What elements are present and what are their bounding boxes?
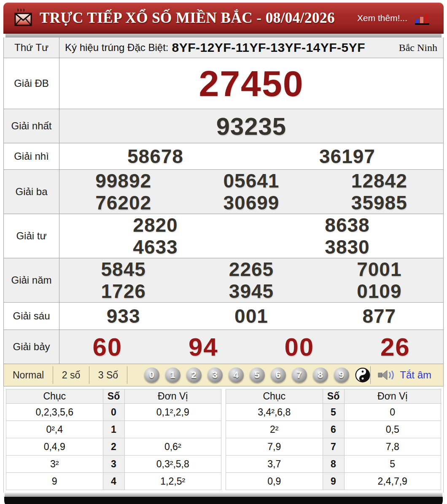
prize-number: 76202 (59, 191, 187, 214)
stats-cell-tens: 9 (6, 473, 103, 490)
prize-number: 05641 (187, 169, 315, 192)
number-ball-5[interactable]: 5 (250, 367, 265, 383)
stats-cell-digit: 6 (323, 421, 344, 438)
mode-3-digits[interactable]: 3 Số (89, 370, 127, 381)
prize-number: 2265 (187, 258, 315, 281)
prize-number: 93235 (59, 112, 443, 140)
stats-cell-digit: 4 (103, 473, 124, 490)
number-ball-9[interactable]: 9 (334, 367, 349, 383)
prize-row-fourth: Giải tư 2820 8638 4633 3830 (4, 214, 443, 258)
number-ball-2[interactable]: 2 (186, 367, 202, 383)
stats-header-tens: Chục (226, 389, 323, 404)
prize-number: 58678 (59, 145, 251, 168)
prize-number: 36197 (251, 145, 443, 168)
divider (370, 366, 371, 384)
divider (127, 366, 127, 384)
prize-row-special: Giải ĐB 27450 (4, 58, 443, 109)
page-title: TRỰC TIẾP XỔ SỐ MIỀN BẮC - 08/04/2026 (40, 10, 335, 27)
prize-label: Giải nhì (4, 143, 59, 169)
stats-row: 3,7 8 5 (226, 456, 441, 473)
stats-header-units: Đơn Vị (344, 389, 441, 404)
stats-cell-digit: 2 (103, 438, 124, 456)
prize-row-fifth: Giải năm 5845 2265 7001 1726 3945 0109 (4, 258, 443, 302)
prize-number: 4633 (59, 236, 251, 258)
stats-cell-tens: 0²,4 (6, 421, 103, 438)
prize-number: 001 (187, 305, 315, 327)
prize-number: 877 (315, 305, 443, 327)
province-label: Bắc Ninh (399, 42, 437, 54)
number-ball-3[interactable]: 3 (207, 367, 223, 383)
prize-label: Giải sáu (4, 303, 59, 330)
stats-row: 0²,4 1 (6, 421, 221, 438)
stats-header-digit: Số (103, 389, 124, 404)
mute-button[interactable]: Tắt âm (378, 369, 431, 381)
stats-cell-digit: 9 (323, 473, 344, 490)
stats-row: 7,9 7 7,8 (226, 438, 441, 456)
prize-row-third: Giải ba 99892 05641 12842 76202 30699 35… (4, 169, 443, 214)
stats-cell-tens: 7,9 (226, 438, 323, 456)
number-ball-6[interactable]: 6 (271, 367, 286, 383)
stats-cell-digit: 0 (103, 404, 124, 421)
prize-number: 27450 (59, 63, 443, 105)
special-sign-codes: 8YF-12YF-11YF-13YF-14YF-5YF (172, 40, 365, 55)
prize-number: 7001 (315, 258, 443, 281)
special-sign-row: Ký hiệu trúng Đặc Biệt: 8YF-12YF-11YF-13… (59, 38, 443, 58)
stats-row: 0,2,3,5,6 0 0,1²,2,9 (6, 404, 221, 421)
stats-cell-tens: 3,7 (226, 456, 323, 473)
prize-number: 26 (347, 332, 444, 362)
prize-number: 5845 (59, 258, 187, 281)
prize-row-sixth: Giải sáu 933 001 877 (4, 302, 443, 330)
mode-normal[interactable]: Normal (4, 370, 53, 381)
mode-2-digits[interactable]: 2 số (53, 370, 89, 381)
prize-row-second: Giải nhì 58678 36197 (4, 143, 443, 169)
stats-cell-digit: 8 (323, 456, 344, 473)
prize-number: 2820 (59, 214, 251, 236)
stats-section: Chục Số Đơn Vị 0,2,3,5,6 0 0,1²,2,9 0²,4… (3, 386, 444, 493)
stats-row: 3² 3 0,3²,5,8 (6, 456, 221, 473)
more-link[interactable]: Xem thêm!... (357, 13, 407, 23)
stats-cell-units: 5 (344, 456, 441, 473)
number-ball-4[interactable]: 4 (229, 367, 244, 383)
prize-label: Giải tư (4, 214, 59, 258)
prize-number: 12842 (315, 169, 443, 192)
prize-label: Giải bảy (4, 330, 59, 364)
prize-label: Giải nhất (4, 109, 59, 143)
prize-number: 8638 (251, 214, 443, 236)
prize-number: 0109 (315, 280, 443, 303)
results-table: Thứ Tư Ký hiệu trúng Đặc Biệt: 8YF-12YF-… (3, 38, 444, 364)
prize-label: Giải năm (4, 258, 59, 302)
mute-label: Tắt âm (400, 369, 431, 381)
prize-number: 1726 (59, 280, 187, 303)
stats-cell-tens: 3,4²,6,8 (226, 404, 323, 421)
prize-number: 3830 (251, 236, 443, 258)
stats-cell-digit: 5 (323, 404, 344, 421)
prize-number: 99892 (59, 169, 187, 192)
yin-yang-icon[interactable] (355, 367, 370, 383)
info-row: Thứ Tư Ký hiệu trúng Đặc Biệt: 8YF-12YF-… (4, 38, 443, 58)
stats-cell-tens: 0,4,9 (6, 438, 103, 456)
stats-cell-digit: 1 (103, 421, 124, 438)
prize-number: 3945 (187, 280, 315, 303)
stats-row: 2² 6 0,5 (226, 421, 441, 438)
control-bar: Normal 2 số 3 Số 0 1 2 3 4 5 6 7 8 9 (3, 364, 444, 386)
stats-cell-tens: 0,9 (226, 473, 323, 490)
stats-table-right: Chục Số Đơn Vị 3,4²,6,8 5 0 2² 6 0,5 7,9… (226, 389, 441, 490)
stats-cell-units: 2,4,7,9 (344, 473, 441, 490)
prize-number: 94 (156, 332, 252, 362)
number-ball-7[interactable]: 7 (292, 367, 307, 383)
weekday-label: Thứ Tư (4, 38, 59, 58)
footer-bar (4, 497, 443, 504)
stats-row: 0,4,9 2 0,6² (6, 438, 221, 456)
number-ball-0[interactable]: 0 (144, 367, 159, 383)
prize-row-first: Giải nhất 93235 (4, 109, 443, 143)
stats-row: 9 4 1,2,5² (6, 473, 221, 490)
stats-cell-units: 0,1²,2,9 (124, 404, 221, 421)
number-ball-group: 0 1 2 3 4 5 6 7 8 9 (144, 367, 370, 383)
stats-row: 3,4²,6,8 5 0 (226, 404, 441, 421)
number-ball-8[interactable]: 8 (313, 367, 328, 383)
number-ball-1[interactable]: 1 (165, 367, 180, 383)
lottery-widget: TRỰC TIẾP XỔ SỐ MIỀN BẮC - 08/04/2026 Xe… (3, 3, 444, 504)
stats-row: 0,9 9 2,4,7,9 (226, 473, 441, 490)
bar-chart-icon[interactable] (415, 14, 429, 25)
stats-cell-tens: 3² (6, 456, 103, 473)
